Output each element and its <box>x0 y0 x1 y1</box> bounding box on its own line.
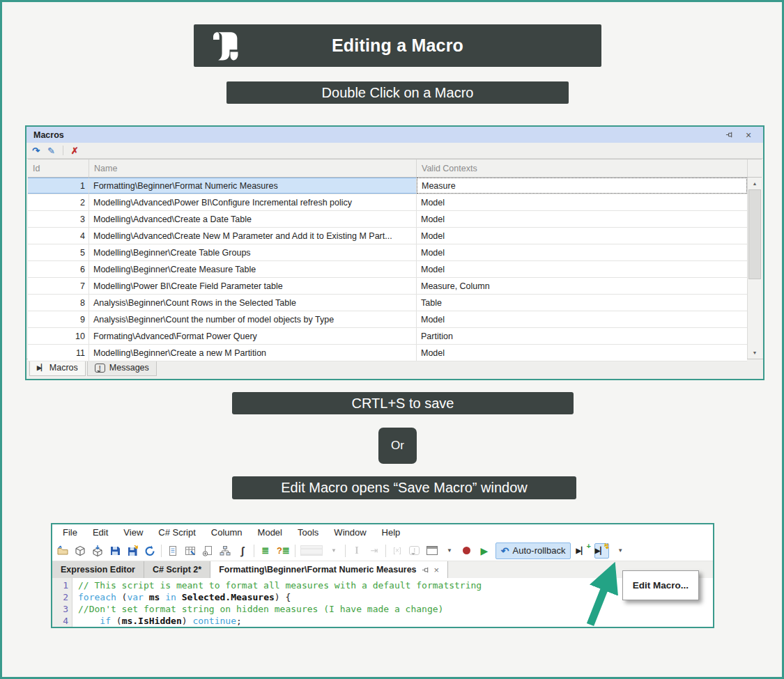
open-file-icon[interactable] <box>56 544 69 558</box>
delete-macro-icon[interactable]: ✗ <box>71 146 79 156</box>
editor-tab-1[interactable]: Expression Editor <box>52 561 144 578</box>
menu-model[interactable]: Model <box>250 527 290 538</box>
model-cube-icon[interactable] <box>74 544 86 558</box>
cell-id[interactable]: 4 <box>28 228 89 244</box>
editor-tab-2[interactable]: C# Script 2* <box>144 561 210 578</box>
cell-name[interactable]: Modelling\Advanced\Create a Date Table <box>89 211 417 227</box>
cell-valid-contexts[interactable]: Model <box>417 345 747 361</box>
table-row[interactable]: 7Modelling\Power BI\Create Field Paramet… <box>28 278 747 295</box>
cell-valid-contexts[interactable]: Model <box>417 244 747 260</box>
dropdown-icon[interactable]: ▼ <box>443 544 456 558</box>
cell-valid-contexts[interactable]: Model <box>417 211 747 227</box>
cell-id[interactable]: 9 <box>28 311 89 327</box>
table-row[interactable]: 4Modelling\Advanced\Create New M Paramet… <box>28 228 747 244</box>
cell-name[interactable]: Formatting\Beginner\Format Numeric Measu… <box>89 178 417 194</box>
menu-tools[interactable]: Tools <box>290 527 326 538</box>
cell-valid-contexts[interactable]: Measure <box>417 178 747 194</box>
code-lines[interactable]: // This script is meant to format all me… <box>72 578 713 627</box>
table-row[interactable]: 2Modelling\Advanced\Power BI\Configure I… <box>28 194 747 211</box>
cell-valid-contexts[interactable]: Measure, Column <box>417 278 747 294</box>
add-macro-icon[interactable]: ▶▏+ <box>576 544 589 558</box>
column-header-valid-contexts[interactable]: Valid Contexts <box>417 159 748 177</box>
cell-id[interactable]: 5 <box>28 244 89 260</box>
cell-id[interactable]: 1 <box>28 178 89 194</box>
menu-c-script[interactable]: C# Script <box>151 527 203 538</box>
cell-name[interactable]: Formating\Advanced\Format Power Query <box>89 328 417 344</box>
cell-name[interactable]: Modelling\Advanced\Power BI\Configure In… <box>89 194 417 210</box>
cell-name[interactable]: Analysis\Beginner\Count Rows in the Sele… <box>89 295 417 311</box>
table-row[interactable]: 5Modelling\Beginner\Create Table GroupsM… <box>28 244 747 261</box>
cell-name[interactable]: Modelling\Advanced\Create New M Paramete… <box>89 228 417 244</box>
editor-window: FileEditViewC# ScriptColumnModelToolsWin… <box>51 523 714 628</box>
table-row[interactable]: 3Modelling\Advanced\Create a Date TableM… <box>28 211 747 228</box>
menu-file[interactable]: File <box>55 527 85 538</box>
deploy-model-icon[interactable] <box>91 544 104 558</box>
cell-valid-contexts[interactable]: Table <box>417 295 747 311</box>
window-layout-icon[interactable] <box>426 544 438 558</box>
table-row[interactable]: 6Modelling\Beginner\Create Measure Table… <box>28 261 747 278</box>
cell-id[interactable]: 8 <box>28 295 89 311</box>
cell-id[interactable]: 10 <box>28 328 89 344</box>
panel-tab-messages[interactable]: !Messages <box>87 360 157 376</box>
cell-valid-contexts[interactable]: Model <box>417 311 747 327</box>
cell-name[interactable]: Analysis\Beginner\Count the number of mo… <box>89 311 417 327</box>
table-row[interactable]: 9Analysis\Beginner\Count the number of m… <box>28 311 747 328</box>
vertical-scrollbar[interactable]: ▲ ▼ <box>747 178 762 359</box>
refresh-icon[interactable] <box>144 544 156 558</box>
auto-rollback-button[interactable]: ↶Auto-rollback <box>495 543 571 559</box>
line-number: 4 <box>52 615 68 627</box>
save-all-icon[interactable] <box>126 544 139 558</box>
edit-macro-icon[interactable]: ✎ <box>47 146 55 156</box>
cell-id[interactable]: 11 <box>28 345 89 361</box>
run-macro-icon[interactable]: ↷ <box>32 146 40 156</box>
record-icon[interactable] <box>461 544 473 558</box>
column-header-id[interactable]: Id <box>28 159 89 177</box>
new-page-icon[interactable] <box>201 544 214 558</box>
table-row[interactable]: 8Analysis\Beginner\Count Rows in the Sel… <box>28 295 747 311</box>
close-icon[interactable]: × <box>434 565 440 575</box>
save-icon[interactable] <box>109 544 121 558</box>
menu-help[interactable]: Help <box>374 527 408 538</box>
separator <box>254 545 254 557</box>
cell-valid-contexts[interactable]: Model <box>417 228 747 244</box>
cell-name[interactable]: Modelling\Power BI\Create Field Paramete… <box>89 278 417 294</box>
menu-edit[interactable]: Edit <box>85 527 116 538</box>
scrollbar-thumb[interactable] <box>748 189 761 279</box>
play-icon[interactable]: ▶ <box>478 544 491 558</box>
pin-icon[interactable] <box>725 131 741 139</box>
scroll-up-icon[interactable]: ▲ <box>748 178 762 189</box>
cell-name[interactable]: Modelling\Beginner\Create a new M Partit… <box>89 345 417 361</box>
scroll-down-icon[interactable]: ▼ <box>748 347 762 359</box>
menu-view[interactable]: View <box>116 527 151 538</box>
edit-macro-icon[interactable]: ▶▏↯ <box>594 543 609 559</box>
format-query-icon[interactable]: ?≣ <box>277 544 290 558</box>
panel-tab-macros[interactable]: ▶▏Macros <box>29 360 86 376</box>
close-icon[interactable]: × <box>741 130 756 141</box>
menu-window[interactable]: Window <box>326 527 374 538</box>
cell-name[interactable]: Modelling\Beginner\Create Measure Table <box>89 261 417 277</box>
cell-valid-contexts[interactable]: Partition <box>417 328 747 344</box>
table-row[interactable]: 1Formatting\Beginner\Format Numeric Meas… <box>28 178 747 194</box>
cell-valid-contexts[interactable]: Model <box>417 261 747 277</box>
menu-column[interactable]: Column <box>203 527 250 538</box>
cell-id[interactable]: 3 <box>28 211 89 227</box>
cell-id[interactable]: 6 <box>28 261 89 277</box>
hierarchy-icon[interactable] <box>219 544 231 558</box>
cell-id[interactable]: 7 <box>28 278 89 294</box>
table-row[interactable]: 10Formating\Advanced\Format Power QueryP… <box>28 328 747 345</box>
scrollbar-track[interactable] <box>748 189 762 347</box>
editor-tab-label: Expression Editor <box>61 565 135 575</box>
script-icon[interactable]: ∫ <box>236 544 249 558</box>
table-row[interactable]: 11Modelling\Beginner\Create a new M Part… <box>28 345 747 361</box>
editor-tab-3[interactable]: Formatting\Beginner\Format Numeric Measu… <box>210 561 448 578</box>
code-editor[interactable]: 1234 // This script is meant to format a… <box>52 578 713 627</box>
new-script-icon[interactable] <box>167 544 179 558</box>
edit-table-icon[interactable] <box>184 544 197 558</box>
format-indent-icon[interactable]: ≣ <box>259 544 272 558</box>
cell-name[interactable]: Modelling\Beginner\Create Table Groups <box>89 244 417 260</box>
dropdown-icon[interactable]: ▼ <box>614 544 627 558</box>
pin-icon[interactable] <box>422 566 429 574</box>
cell-valid-contexts[interactable]: Model <box>417 194 747 210</box>
column-header-name[interactable]: Name <box>89 159 417 177</box>
cell-id[interactable]: 2 <box>28 194 89 210</box>
